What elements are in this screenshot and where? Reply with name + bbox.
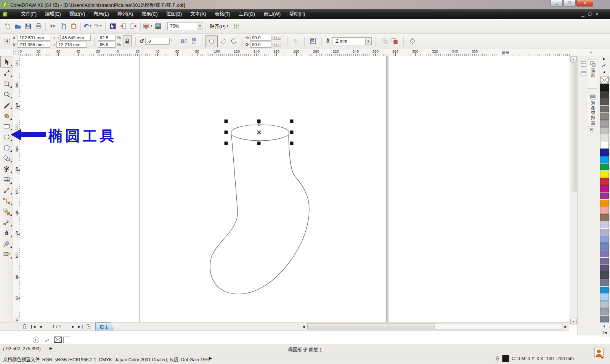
menu-item-6[interactable]: 位图(B) bbox=[162, 9, 186, 19]
change-direction-button[interactable]: ↻ bbox=[291, 36, 301, 46]
doc-minimize-icon[interactable]: ▁ bbox=[581, 12, 584, 16]
membership-person-icon[interactable] bbox=[593, 347, 605, 359]
add-page-button[interactable] bbox=[21, 323, 29, 330]
end-angle-field[interactable]: 90.0 bbox=[250, 42, 271, 48]
spinner-up-icon[interactable]: ▲ bbox=[277, 36, 281, 40]
pie-mode-button[interactable] bbox=[218, 36, 228, 47]
color-swatch-c4c2c1[interactable] bbox=[600, 127, 609, 134]
menu-item-7[interactable]: 文本(X) bbox=[186, 9, 210, 19]
dimension-tool[interactable] bbox=[0, 185, 13, 196]
spinner-down-icon[interactable]: ▼ bbox=[273, 43, 277, 47]
color-swatch-585554[interactable] bbox=[600, 98, 609, 105]
color-swatch-f5eb0a[interactable] bbox=[600, 171, 609, 178]
export-button[interactable] bbox=[128, 21, 138, 31]
import-button[interactable] bbox=[118, 21, 128, 31]
ruler-origin-icon[interactable] bbox=[13, 50, 19, 55]
freehand-tool[interactable] bbox=[0, 99, 13, 110]
fill-tool[interactable] bbox=[0, 238, 13, 249]
horizontal-scrollbar[interactable] bbox=[307, 323, 563, 330]
redo-button[interactable]: ↷▼ bbox=[93, 21, 103, 31]
scroll-up-icon[interactable]: ▲ bbox=[570, 56, 577, 62]
horizontal-ruler[interactable]: 1008060402002040608010012014016018020022… bbox=[20, 49, 570, 56]
color-swatch-b7c3cb[interactable] bbox=[600, 301, 609, 308]
crop-tool[interactable] bbox=[0, 78, 13, 89]
zoom-tool[interactable] bbox=[0, 89, 13, 99]
palette-scroll-up-icon[interactable]: ▲ bbox=[601, 69, 608, 74]
eyedropper-icon[interactable] bbox=[45, 337, 50, 343]
color-swatch-201e9e[interactable] bbox=[600, 149, 609, 156]
search-content-button[interactable] bbox=[108, 21, 118, 31]
ellipse-mode-button[interactable] bbox=[205, 35, 218, 47]
convert-to-curves-button[interactable] bbox=[408, 36, 417, 46]
undo-button[interactable]: ↶▼ bbox=[83, 21, 93, 31]
outline-pen-tool[interactable] bbox=[0, 228, 13, 238]
color-swatch-5b5274[interactable] bbox=[600, 265, 609, 272]
scale-x-field[interactable]: 62.5 bbox=[98, 35, 116, 41]
minimize-button[interactable]: ▁ bbox=[551, 0, 563, 6]
color-swatch-8ca4d2[interactable] bbox=[600, 236, 609, 243]
new-document-button[interactable] bbox=[2, 21, 13, 31]
docker-grid-icon[interactable] bbox=[580, 60, 587, 67]
color-swatch-76848e[interactable] bbox=[600, 316, 609, 322]
add-page-after-button[interactable] bbox=[85, 323, 92, 330]
vertical-ruler[interactable]: 280260240220200180160140120100806040 bbox=[13, 56, 21, 322]
chevron-down-icon[interactable]: ▼ bbox=[100, 24, 103, 28]
color-swatch-e2e0df[interactable] bbox=[600, 135, 609, 141]
palette-eyedropper-icon[interactable] bbox=[601, 62, 608, 67]
spinner-down-icon[interactable]: ▼ bbox=[273, 36, 277, 40]
horizontal-scroll-thumb[interactable] bbox=[307, 324, 435, 329]
no-color-swatch[interactable] bbox=[54, 337, 62, 343]
profile-flyout-icon[interactable]: ▶ bbox=[209, 356, 212, 360]
x-position-field[interactable]: 102.501 mm bbox=[18, 35, 50, 41]
to-front-button[interactable] bbox=[380, 36, 390, 46]
menu-item-11[interactable]: 帮助(H) bbox=[285, 9, 309, 19]
arc-mode-button[interactable] bbox=[228, 36, 239, 47]
color-swatch-1b8ed3[interactable] bbox=[600, 287, 609, 293]
palette-scroll-down-icon[interactable]: ▼ bbox=[601, 324, 608, 329]
welcome-screen-button[interactable] bbox=[153, 21, 163, 31]
color-swatch-b5aed4[interactable] bbox=[600, 229, 609, 236]
snap-to-button[interactable]: 贴齐(P) ▼ bbox=[207, 22, 231, 30]
mirror-vertical-button[interactable] bbox=[189, 36, 199, 46]
color-swatch-4c4859[interactable] bbox=[600, 272, 609, 279]
to-back-button[interactable] bbox=[390, 36, 400, 46]
table-tool[interactable] bbox=[0, 174, 13, 185]
print-button[interactable] bbox=[33, 21, 43, 31]
menu-item-1[interactable]: 编辑(E) bbox=[41, 9, 65, 19]
next-page-button[interactable]: ▶ bbox=[69, 323, 77, 330]
color-swatch-ffffff[interactable] bbox=[600, 142, 609, 149]
doc-close-icon[interactable]: ✕ bbox=[596, 12, 599, 16]
object-height-field[interactable]: 12.213 mm bbox=[56, 42, 87, 48]
color-swatch-cf2d35[interactable] bbox=[600, 178, 609, 185]
outline-width-select[interactable]: .2 mm ▼ bbox=[332, 37, 372, 45]
vertical-scroll-thumb[interactable] bbox=[571, 63, 576, 192]
color-swatch-98a3ab[interactable] bbox=[600, 308, 609, 315]
start-angle-field[interactable]: 90.0 bbox=[250, 35, 271, 41]
first-page-button[interactable]: ❙◀ bbox=[29, 323, 37, 330]
pick-tool[interactable] bbox=[0, 56, 13, 67]
doc-restore-icon[interactable]: ❐ bbox=[588, 12, 592, 16]
basic-shapes-tool[interactable] bbox=[0, 153, 13, 164]
scroll-down-icon[interactable]: ▼ bbox=[570, 319, 577, 324]
color-swatch-1b1b1b[interactable] bbox=[600, 84, 609, 91]
spinner-up-icon[interactable]: ▲ bbox=[277, 43, 281, 47]
color-swatch-7487c4[interactable] bbox=[600, 243, 609, 250]
application-launcher-button[interactable]: ▼ bbox=[143, 21, 153, 31]
menu-item-9[interactable]: 工具(O) bbox=[234, 9, 259, 19]
color-swatch-403c3a[interactable] bbox=[600, 91, 609, 98]
color-swatch-0f9ee8[interactable] bbox=[600, 156, 609, 163]
color-swatch-a6d2f0[interactable] bbox=[600, 294, 609, 301]
color-swatch-887662[interactable] bbox=[600, 214, 609, 221]
vertical-scrollbar[interactable]: ▲ ▼ bbox=[570, 56, 577, 325]
cut-button[interactable]: ✂ bbox=[48, 21, 58, 31]
scroll-right-icon[interactable]: ▶ bbox=[563, 323, 569, 330]
smart-fill-tool[interactable] bbox=[0, 110, 13, 121]
zoom-level-select[interactable]: 75% ▼ bbox=[167, 22, 203, 30]
color-swatch-f2a7a2[interactable] bbox=[600, 207, 609, 214]
color-swatch-0a9c4f[interactable] bbox=[600, 164, 609, 170]
menu-item-2[interactable]: 视图(V) bbox=[65, 9, 90, 19]
palette-expand-icon[interactable]: ❙◀ bbox=[601, 330, 608, 335]
color-eyedropper-tool[interactable] bbox=[0, 217, 13, 228]
color-swatch-a03090[interactable] bbox=[600, 192, 609, 199]
docker-window-icon[interactable] bbox=[580, 70, 587, 77]
